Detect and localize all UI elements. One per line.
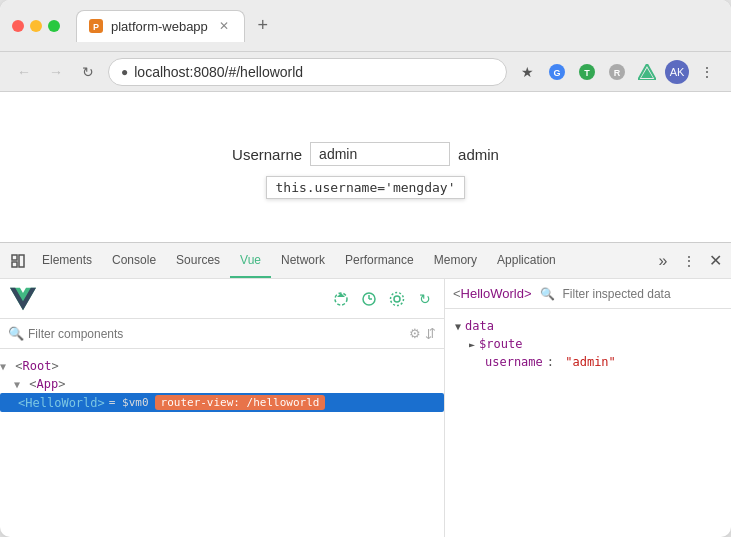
devtools-inspect-button[interactable] (4, 247, 32, 275)
devtools-body: ↻ 🔍 ⚙ ⇵ ▼ <Root> ▼ (0, 279, 731, 537)
tab-close-button[interactable]: ✕ (216, 18, 232, 34)
svg-rect-12 (19, 255, 24, 267)
router-badge: router-view: /helloworld (155, 395, 326, 410)
data-route-row[interactable]: ► $route (445, 335, 731, 353)
minimize-window-button[interactable] (30, 20, 42, 32)
data-panel: ▼ data ► $route username : "admin" (445, 309, 731, 537)
tree-item-app[interactable]: ▼ <App> (0, 375, 444, 393)
settings-button[interactable] (386, 288, 408, 310)
svg-text:R: R (614, 68, 621, 78)
user-avatar-button[interactable]: AK (665, 60, 689, 84)
forward-button[interactable]: → (44, 60, 68, 84)
left-panel: ↻ 🔍 ⚙ ⇵ ▼ <Root> ▼ (0, 279, 445, 537)
devtools-panel: Elements Console Sources Vue Network Per… (0, 242, 731, 537)
url-text: localhost:8080/#/helloworld (134, 64, 494, 80)
tab-favicon-icon: P (89, 19, 103, 33)
svg-rect-10 (12, 255, 17, 260)
traffic-lights (12, 20, 60, 32)
component-tree: ▼ <Root> ▼ <App> <HelloWorld> = $vm0 rou… (0, 349, 444, 537)
svg-text:G: G (553, 68, 560, 78)
component-filter-toolbar: 🔍 ⚙ ⇵ (0, 319, 444, 349)
tab-sources[interactable]: Sources (166, 243, 230, 278)
page-content: Usernarne admin this.username='mengday' (0, 92, 731, 242)
devtools-close-button[interactable]: ✕ (703, 249, 727, 273)
tab-performance[interactable]: Performance (335, 243, 424, 278)
svg-point-19 (391, 292, 404, 305)
username-input[interactable] (310, 142, 450, 166)
ext-icon-1[interactable]: G (545, 60, 569, 84)
username-row: Usernarne admin (232, 142, 499, 166)
data-section-arrow[interactable]: ▼ (455, 321, 461, 332)
menu-button[interactable]: ⋮ (695, 60, 719, 84)
bookmark-icon[interactable]: ★ (515, 60, 539, 84)
browser-window: P platform-webapp ✕ + ← → ↻ ● localhost:… (0, 0, 731, 537)
reload-button[interactable]: ↻ (76, 60, 100, 84)
tab-elements[interactable]: Elements (32, 243, 102, 278)
svg-rect-11 (12, 262, 17, 267)
route-arrow[interactable]: ► (469, 339, 475, 350)
tab-bar: P platform-webapp ✕ + (76, 10, 719, 42)
filter-options-icon[interactable]: ⚙ (409, 326, 421, 341)
search-icon: 🔍 (8, 326, 24, 341)
data-section-key: data (465, 319, 494, 333)
tab-vue[interactable]: Vue (230, 243, 271, 278)
new-tab-button[interactable]: + (249, 12, 277, 40)
code-expression-tooltip: this.username='mengday' (266, 176, 464, 199)
tab-network[interactable]: Network (271, 243, 335, 278)
address-bar: ← → ↻ ● localhost:8080/#/helloworld ★ G … (0, 52, 731, 92)
devtools-options-button[interactable]: ⋮ (675, 247, 703, 275)
refresh-components-button[interactable] (330, 288, 352, 310)
devtools-more-button[interactable]: » (651, 249, 675, 273)
ext-icon-3[interactable]: R (605, 60, 629, 84)
tree-leaf-indicator (4, 397, 16, 408)
right-panel-header: <HelloWorld> 🔍 (445, 279, 731, 309)
tree-item-root[interactable]: ▼ <Root> (0, 357, 444, 375)
active-tab[interactable]: P platform-webapp ✕ (76, 10, 245, 42)
ext-icon-2[interactable]: T (575, 60, 599, 84)
title-bar: P platform-webapp ✕ + (0, 0, 731, 52)
tree-arrow-app: ▼ (14, 379, 20, 390)
vue-panel-header: ↻ (0, 279, 444, 319)
inspected-component-name: <HelloWorld> (453, 286, 532, 301)
component-filter-input[interactable] (28, 327, 405, 341)
tab-memory[interactable]: Memory (424, 243, 487, 278)
username-key: username (485, 355, 543, 369)
tree-arrow-root: ▼ (0, 361, 6, 372)
address-icons: ★ G T R AK ⋮ (515, 60, 719, 84)
page-main: Usernarne admin this.username='mengday' (232, 142, 499, 199)
username-label: Usernarne (232, 146, 302, 163)
back-button[interactable]: ← (12, 60, 36, 84)
inspect-filter-input[interactable] (563, 287, 723, 301)
sort-icon[interactable]: ⇵ (425, 326, 436, 341)
data-section-header[interactable]: ▼ data (445, 317, 731, 335)
timeline-button[interactable] (358, 288, 380, 310)
right-panel: <HelloWorld> 🔍 ▼ data ► $route (445, 279, 731, 537)
data-username-row[interactable]: username : "admin" (445, 353, 731, 371)
tab-application[interactable]: Application (487, 243, 566, 278)
close-window-button[interactable] (12, 20, 24, 32)
reload-app-button[interactable]: ↻ (414, 288, 436, 310)
lock-icon: ● (121, 65, 128, 79)
svg-text:P: P (93, 22, 99, 32)
tree-item-helloworld[interactable]: <HelloWorld> = $vm0 router-view: /hellow… (0, 393, 444, 412)
inspect-search-icon: 🔍 (540, 287, 555, 301)
maximize-window-button[interactable] (48, 20, 60, 32)
tab-title: platform-webapp (111, 19, 208, 34)
username-display: admin (458, 146, 499, 163)
tab-console[interactable]: Console (102, 243, 166, 278)
url-bar[interactable]: ● localhost:8080/#/helloworld (108, 58, 507, 86)
vue-devtools-icon[interactable] (635, 60, 659, 84)
devtools-tabs: Elements Console Sources Vue Network Per… (32, 243, 651, 278)
username-data-value: "admin" (565, 355, 616, 369)
svg-text:T: T (584, 68, 590, 78)
vm-badge: = $vm0 (109, 396, 149, 409)
vue-logo (8, 284, 38, 314)
svg-point-18 (394, 296, 400, 302)
devtools-toolbar: Elements Console Sources Vue Network Per… (0, 243, 731, 279)
route-key: $route (479, 337, 522, 351)
